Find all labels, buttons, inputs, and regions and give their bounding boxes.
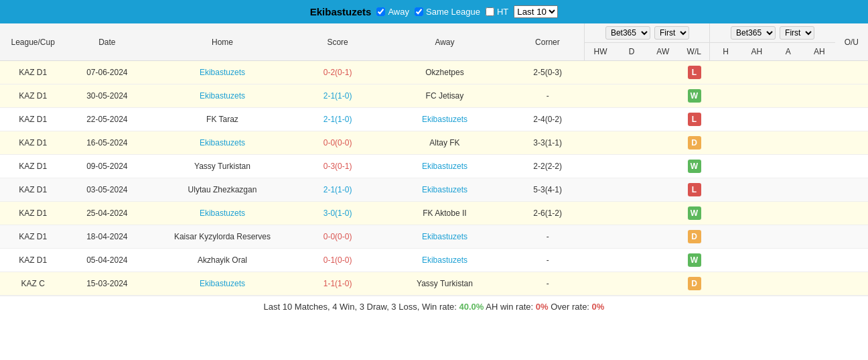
away-team-link[interactable]: Ekibastuzets (422, 162, 467, 171)
league-cell: KAZ D1 (0, 249, 66, 272)
home-cell: Ekibastuzets (148, 202, 296, 225)
ht-filter[interactable]: HT (486, 7, 508, 17)
away-checkbox[interactable] (376, 7, 385, 16)
h-cell (710, 225, 741, 249)
score-cell: 0-2(0-1) (297, 61, 379, 84)
ou-cell (835, 249, 868, 272)
home-team-link[interactable]: Ekibastuzets (200, 279, 245, 288)
aw-cell (647, 272, 678, 296)
ah-cell (741, 108, 773, 131)
ah2-cell (804, 272, 835, 296)
ah-label: AH win rate: (486, 302, 533, 312)
hw-cell (585, 84, 616, 108)
h-cell (710, 249, 741, 272)
th-h: H (710, 43, 741, 61)
score-cell: 2-1(1-0) (297, 178, 379, 202)
same-league-filter[interactable]: Same League (415, 7, 480, 17)
league-cell: KAZ D1 (0, 131, 66, 155)
date-cell: 15-03-2024 (66, 272, 148, 296)
ah2-cell (804, 155, 835, 178)
d-cell (616, 178, 648, 202)
away-cell: Yassy Turkistan (379, 272, 511, 296)
aw-cell (647, 108, 678, 131)
home-team-link[interactable]: Ekibastuzets (200, 208, 245, 218)
away-team-link[interactable]: Ekibastuzets (422, 255, 467, 265)
league-cell: KAZ D1 (0, 225, 66, 249)
wl-badge: L (688, 66, 701, 79)
home-team-link[interactable]: Ekibastuzets (200, 91, 245, 101)
ou-cell (835, 155, 868, 178)
home-cell: FK Taraz (148, 108, 296, 131)
away-label: Away (388, 7, 409, 17)
ou-cell (835, 225, 868, 249)
d-cell (616, 272, 648, 296)
wl-cell: L (678, 61, 710, 84)
away-team-link[interactable]: Ekibastuzets (422, 232, 467, 241)
score-cell: 0-3(0-1) (297, 155, 379, 178)
away-cell: Ekibastuzets (379, 155, 511, 178)
corner-cell: - (510, 249, 585, 272)
th-score: Score (297, 23, 379, 61)
over-rate: 0% (592, 302, 605, 312)
away-cell: FC Jetisay (379, 84, 511, 108)
home-cell: Ekibastuzets (148, 61, 296, 84)
ah-cell (741, 155, 773, 178)
summary-row: Last 10 Matches, 4 Win, 3 Draw, 3 Loss, … (0, 296, 868, 317)
score-cell: 0-1(0-0) (297, 249, 379, 272)
ah-cell (741, 131, 773, 155)
home-team: FK Taraz (206, 115, 238, 124)
a-cell (772, 84, 804, 108)
wl-badge: D (688, 136, 701, 149)
ah-rate: 0% (536, 302, 549, 312)
th-wl: W/L (678, 43, 710, 61)
h-cell (710, 202, 741, 225)
hw-cell (585, 178, 616, 202)
ah2-cell (804, 61, 835, 84)
away-team: FK Aktobe II (423, 208, 466, 218)
half-left-select[interactable]: First Full (654, 26, 689, 40)
home-team-link[interactable]: Ekibastuzets (200, 138, 245, 147)
win-rate: 40.0% (459, 302, 484, 312)
hw-cell (585, 108, 616, 131)
th-date: Date (66, 23, 148, 61)
book-right-select[interactable]: Bet365 (731, 26, 776, 40)
league-cell: KAZ D1 (0, 155, 66, 178)
away-filter[interactable]: Away (376, 7, 409, 17)
date-cell: 16-05-2024 (66, 131, 148, 155)
hw-cell (585, 202, 616, 225)
ou-cell (835, 131, 868, 155)
home-team-link[interactable]: Ekibastuzets (200, 68, 245, 77)
corner-cell: 5-3(4-1) (510, 178, 585, 202)
date-cell: 30-05-2024 (66, 84, 148, 108)
away-team-link[interactable]: Ekibastuzets (422, 185, 467, 194)
same-league-checkbox[interactable] (415, 7, 423, 16)
aw-cell (647, 202, 678, 225)
ou-cell (835, 272, 868, 296)
hw-cell (585, 272, 616, 296)
ht-checkbox[interactable] (486, 7, 494, 16)
score-cell: 1-1(1-0) (297, 272, 379, 296)
score-cell: 0-0(0-0) (297, 131, 379, 155)
th-hw: HW (585, 43, 616, 61)
away-cell: Ekibastuzets (379, 178, 511, 202)
half-right-select[interactable]: First Full (780, 26, 814, 40)
away-team-link[interactable]: Ekibastuzets (422, 115, 467, 124)
ah-cell (741, 178, 773, 202)
score-cell: 0-0(0-0) (297, 225, 379, 249)
corner-cell: 3-3(1-1) (510, 131, 585, 155)
a-cell (772, 178, 804, 202)
last-n-select[interactable]: Last 10 Last 20 Last 30 (514, 5, 558, 18)
home-cell: Kaisar Kyzylorda Reserves (148, 225, 296, 249)
h-cell (710, 272, 741, 296)
date-cell: 03-05-2024 (66, 178, 148, 202)
wl-badge: W (688, 253, 701, 267)
h-cell (710, 108, 741, 131)
date-cell: 18-04-2024 (66, 225, 148, 249)
corner-cell: 2-2(2-2) (510, 155, 585, 178)
book-left-select[interactable]: Bet365 (605, 26, 650, 40)
home-team: Akzhayik Oral (198, 255, 247, 265)
a-cell (772, 202, 804, 225)
away-cell: Ekibastuzets (379, 249, 511, 272)
th-away: Away (379, 23, 511, 61)
league-cell: KAZ D1 (0, 84, 66, 108)
